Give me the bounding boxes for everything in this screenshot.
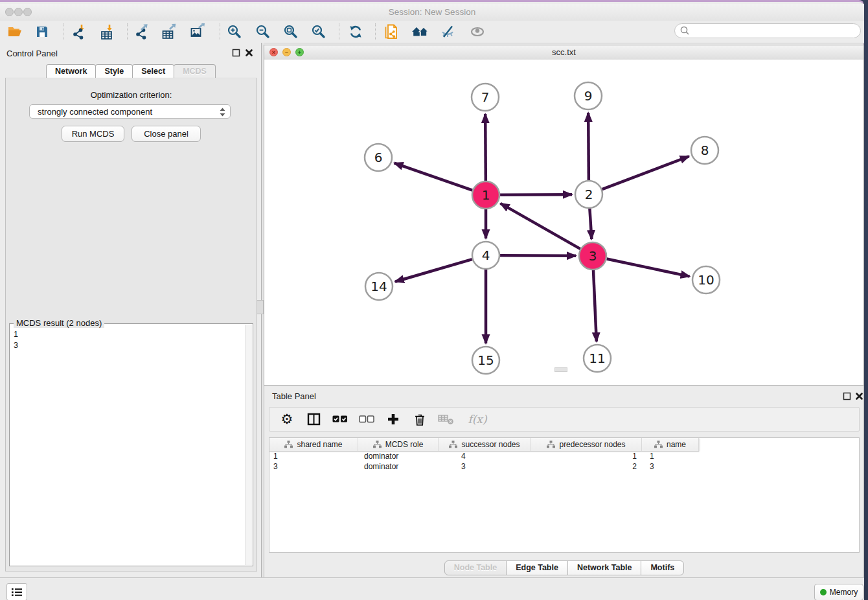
graph-edge-1-2[interactable] <box>500 194 572 195</box>
network-graph: 7968124314101511 <box>264 60 863 385</box>
select-spinner-icon <box>219 107 226 119</box>
splitter-grip[interactable] <box>257 300 264 314</box>
import-table-icon <box>100 23 115 40</box>
first-neighbors-button[interactable] <box>409 22 431 41</box>
delete-table-button[interactable] <box>438 411 455 428</box>
tab-mcds[interactable]: MCDS <box>174 64 216 78</box>
function-builder-button[interactable]: f(x) <box>464 411 490 428</box>
two-houses-icon <box>411 24 430 40</box>
column-header-predecessor-nodes[interactable]: predecessor nodes <box>531 438 642 451</box>
table-cell: dominator <box>358 462 439 472</box>
zoom-fit-button[interactable] <box>280 22 302 41</box>
table-cell: 3 <box>439 462 531 472</box>
graph-node-label: 15 <box>477 352 494 368</box>
show-all-button[interactable] <box>466 22 488 41</box>
hierarchy-icon <box>449 441 457 448</box>
table-cell: 1 <box>642 452 699 462</box>
memory-button[interactable]: Memory <box>814 584 863 600</box>
column-header-successor-nodes[interactable]: successor nodes <box>439 438 531 451</box>
mcds-result-box: MCDS result (2 nodes) 1 3 <box>9 323 253 566</box>
tab-select[interactable]: Select <box>132 64 174 78</box>
tab-node-table[interactable]: Node Table <box>444 560 507 575</box>
close-panel-button[interactable]: Close panel <box>131 126 201 142</box>
select-all-button[interactable] <box>332 411 348 428</box>
network-window-title: scc.txt <box>264 47 863 57</box>
search-box[interactable] <box>674 23 861 38</box>
save-session-button[interactable] <box>31 22 53 41</box>
refresh-button[interactable] <box>345 22 367 41</box>
tab-motifs[interactable]: Motifs <box>641 560 684 575</box>
float-panel-icon[interactable] <box>232 48 240 60</box>
graph-node-label: 14 <box>371 279 387 294</box>
toolbar-separator <box>127 23 128 40</box>
task-history-button[interactable] <box>6 583 27 600</box>
graph-edge-2-9[interactable] <box>588 113 589 180</box>
table-panel-tabs: Node TableEdge TableNetwork TableMotifs <box>264 560 863 575</box>
column-header-MCDS-role[interactable]: MCDS role <box>358 438 439 451</box>
new-network-from-selection-button[interactable] <box>381 22 403 41</box>
save-icon <box>34 24 50 40</box>
run-mcds-button[interactable]: Run MCDS <box>62 126 124 142</box>
graph-edge-3-1[interactable] <box>501 203 580 249</box>
table-cell: 1 <box>269 452 358 462</box>
add-column-button[interactable] <box>385 411 402 428</box>
graph-edge-1-6[interactable] <box>394 163 473 190</box>
close-table-panel-icon[interactable] <box>855 391 863 403</box>
mcds-result-scrollbar[interactable] <box>245 325 252 565</box>
columns-icon <box>307 413 321 426</box>
search-input[interactable] <box>691 26 860 36</box>
mcds-pane: Optimization criterion: strongly connect… <box>5 78 257 571</box>
table-row[interactable]: 1dominator411 <box>269 452 859 462</box>
mcds-result-text[interactable]: 1 3 <box>14 329 18 351</box>
app-window: Session: New Session <box>0 0 864 600</box>
column-header-shared-name[interactable]: shared name <box>269 438 358 451</box>
tab-style[interactable]: Style <box>95 64 133 78</box>
table-options-button[interactable]: ⚙ <box>279 411 295 428</box>
eye-slash-icon <box>440 24 457 40</box>
table-cell: 1 <box>531 452 642 462</box>
table-cell: 3 <box>642 462 699 472</box>
graph-edge-1-7[interactable] <box>485 114 486 181</box>
deselect-all-button[interactable] <box>358 411 375 428</box>
graph-edge-2-3[interactable] <box>589 209 591 239</box>
open-session-button[interactable] <box>4 22 26 41</box>
graph-edge-4-3[interactable] <box>500 255 576 256</box>
window-title: Session: New Session <box>0 7 864 17</box>
zoom-fit-icon <box>283 24 299 40</box>
graph-edge-3-11[interactable] <box>593 270 597 341</box>
delete-column-button[interactable] <box>411 411 428 428</box>
export-network-button[interactable] <box>131 22 153 41</box>
eye-icon <box>469 24 486 40</box>
graph-node-label: 3 <box>589 248 597 264</box>
tab-edge-table[interactable]: Edge Table <box>506 560 568 575</box>
zoom-in-icon <box>227 24 242 40</box>
export-image-button[interactable] <box>187 22 209 41</box>
hierarchy-icon <box>654 441 663 448</box>
import-table-button[interactable] <box>97 22 119 41</box>
network-canvas[interactable]: 7968124314101511 <box>264 60 863 385</box>
tab-network[interactable]: Network <box>46 64 96 78</box>
canvas-scroll-grip[interactable] <box>554 367 567 372</box>
optimization-criterion-select[interactable]: strongly connected component <box>29 104 231 119</box>
tab-network-table[interactable]: Network Table <box>567 560 642 575</box>
zoom-in-button[interactable] <box>223 22 246 41</box>
import-network-button[interactable] <box>67 22 89 41</box>
column-header-name[interactable]: name <box>642 438 699 451</box>
zoom-selected-button[interactable] <box>308 22 330 41</box>
node-table[interactable]: shared nameMCDS rolesuccessor nodesprede… <box>269 437 860 553</box>
export-network-icon <box>133 23 150 40</box>
control-panel-tabs: NetworkStyleSelectMCDS <box>0 64 261 78</box>
float-table-panel-icon[interactable] <box>843 391 851 403</box>
graph-edge-3-10[interactable] <box>607 259 690 277</box>
table-row[interactable]: 3dominator323 <box>269 462 859 472</box>
node-table-header: shared nameMCDS rolesuccessor nodesprede… <box>269 438 699 452</box>
graph-edge-4-14[interactable] <box>395 259 472 282</box>
zoom-out-button[interactable] <box>252 22 274 41</box>
hide-selected-button[interactable] <box>437 22 459 41</box>
graph-edge-2-8[interactable] <box>602 156 689 189</box>
close-panel-icon[interactable] <box>245 48 253 60</box>
hierarchy-icon <box>547 441 555 448</box>
export-table-button[interactable] <box>159 22 181 41</box>
show-columns-button[interactable] <box>305 411 322 428</box>
graph-node-label: 4 <box>482 248 490 263</box>
